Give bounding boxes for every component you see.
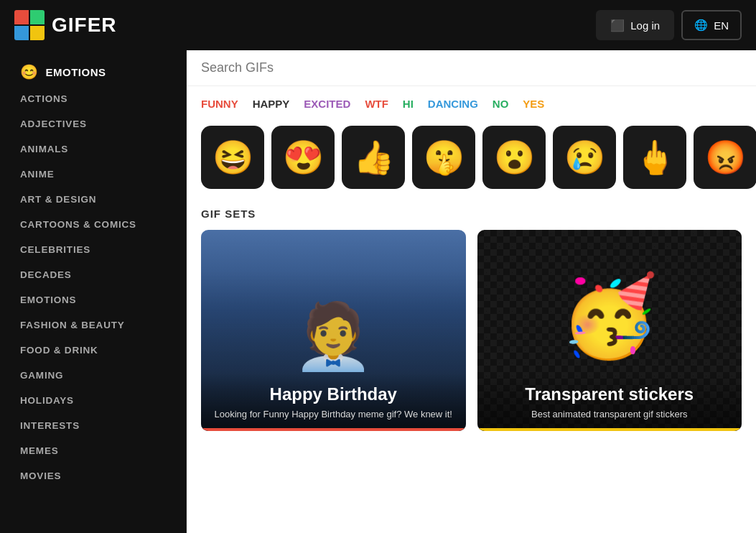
emoji-row: 😆😍👍🤫😮😢🖕😡 bbox=[187, 119, 756, 200]
tag-funny[interactable]: FUNNY bbox=[201, 98, 238, 110]
tag-happy[interactable]: HAPPY bbox=[253, 98, 290, 110]
search-bar bbox=[187, 50, 756, 86]
login-icon: ⬛ bbox=[610, 19, 625, 32]
sidebar-item-fashion---beauty[interactable]: FASHION & BEAUTY bbox=[0, 312, 186, 338]
sticker-overlay: Transparent stickers Best animated trans… bbox=[477, 373, 742, 431]
main-layout: 😊 EMOTIONS ACTIONSADJECTIVESANIMALSANIME… bbox=[0, 50, 756, 533]
sidebar-item-emotions[interactable]: EMOTIONS bbox=[0, 287, 186, 312]
emoji-card-heart-eyes[interactable]: 😍 bbox=[271, 126, 335, 189]
tags-row: FUNNYHAPPYEXCITEDWTFHIDANCINGNOYES bbox=[187, 86, 756, 119]
sticker-desc: Best animated transparent gif stickers bbox=[489, 409, 731, 420]
sidebar-item-celebrities[interactable]: CELEBRITIES bbox=[0, 237, 186, 262]
tag-yes[interactable]: YES bbox=[523, 98, 544, 110]
login-button[interactable]: ⬛ Log in bbox=[596, 10, 674, 40]
sidebar-item-memes[interactable]: MEMES bbox=[0, 438, 186, 463]
header-nav: ⬛ Log in 🌐 EN bbox=[596, 10, 742, 40]
content-area: FUNNYHAPPYEXCITEDWTFHIDANCINGNOYES 😆😍👍🤫😮… bbox=[187, 50, 756, 533]
tag-wtf[interactable]: WTF bbox=[365, 98, 388, 110]
person-icon: 🧑‍💼 bbox=[293, 299, 373, 374]
sidebar-item-decades[interactable]: DECADES bbox=[0, 262, 186, 287]
birthday-overlay: Happy Birthday Looking for Funny Happy B… bbox=[201, 373, 466, 431]
logo-area: GIFER bbox=[14, 10, 117, 40]
globe-icon: 🌐 bbox=[694, 19, 708, 32]
sidebar-item-anime[interactable]: ANIME bbox=[0, 162, 186, 187]
search-input[interactable] bbox=[201, 60, 742, 75]
sidebar-item-gaming[interactable]: GAMING bbox=[0, 363, 186, 388]
sidebar-item-holidays[interactable]: HOLIDAYS bbox=[0, 388, 186, 413]
emoji-card-surprised[interactable]: 😮 bbox=[482, 126, 546, 189]
emoji-card-laughing[interactable]: 😆 bbox=[201, 126, 264, 189]
emoji-card-shushing[interactable]: 🤫 bbox=[412, 126, 475, 189]
sticker-progress-bar bbox=[477, 428, 742, 431]
party-emoji: 🥳 bbox=[560, 270, 658, 363]
birthday-progress-bar bbox=[201, 428, 466, 431]
logo-quad-4 bbox=[30, 26, 45, 40]
tag-dancing[interactable]: DANCING bbox=[428, 98, 478, 110]
sidebar-active-label: EMOTIONS bbox=[46, 66, 106, 78]
sidebar-item-interests[interactable]: INTERESTS bbox=[0, 413, 186, 438]
gif-cards: 🧑‍💼 Happy Birthday Looking for Funny Hap… bbox=[201, 230, 742, 431]
sidebar-active-emotions[interactable]: 😊 EMOTIONS bbox=[0, 57, 186, 86]
sidebar-item-art---design[interactable]: ART & DESIGN bbox=[0, 187, 186, 212]
lang-label: EN bbox=[714, 19, 729, 32]
sticker-title: Transparent stickers bbox=[489, 384, 731, 404]
language-button[interactable]: 🌐 EN bbox=[681, 10, 742, 40]
logo-icon bbox=[14, 10, 45, 40]
logo-text: GIFER bbox=[52, 14, 117, 37]
gif-sets-section: GIF SETS 🧑‍💼 Happy Birthday Looking for … bbox=[187, 200, 756, 533]
emoji-card-crying[interactable]: 😢 bbox=[553, 126, 616, 189]
sidebar-item-movies[interactable]: MOVIES bbox=[0, 463, 186, 488]
birthday-title: Happy Birthday bbox=[213, 384, 454, 404]
sidebar-item-food---drink[interactable]: FOOD & DRINK bbox=[0, 338, 186, 363]
login-label: Log in bbox=[630, 19, 660, 32]
gif-card-birthday[interactable]: 🧑‍💼 Happy Birthday Looking for Funny Hap… bbox=[201, 230, 466, 431]
sidebar: 😊 EMOTIONS ACTIONSADJECTIVESANIMALSANIME… bbox=[0, 50, 187, 533]
logo-quad-3 bbox=[14, 26, 29, 40]
gif-sets-title: GIF SETS bbox=[201, 208, 742, 220]
sidebar-item-cartoons---comics[interactable]: CARTOONS & COMICS bbox=[0, 212, 186, 237]
logo-quad-2 bbox=[30, 10, 45, 24]
sidebar-item-animals[interactable]: ANIMALS bbox=[0, 136, 186, 162]
gif-card-stickers[interactable]: 🥳 Transparent stickers Best animated tra… bbox=[477, 230, 742, 431]
emotions-emoji: 😊 bbox=[20, 63, 39, 80]
emoji-card-angry[interactable]: 😡 bbox=[694, 126, 756, 189]
tag-excited[interactable]: EXCITED bbox=[304, 98, 350, 110]
logo-quad-1 bbox=[14, 10, 29, 24]
emoji-card-middle-finger[interactable]: 🖕 bbox=[623, 126, 686, 189]
sidebar-item-actions[interactable]: ACTIONS bbox=[0, 86, 186, 111]
header: GIFER ⬛ Log in 🌐 EN bbox=[0, 0, 756, 50]
sidebar-item-adjectives[interactable]: ADJECTIVES bbox=[0, 111, 186, 136]
tag-no[interactable]: NO bbox=[493, 98, 509, 110]
sidebar-items: ACTIONSADJECTIVESANIMALSANIMEART & DESIG… bbox=[0, 86, 186, 488]
tag-hi[interactable]: HI bbox=[403, 98, 414, 110]
emoji-card-thumbs-up[interactable]: 👍 bbox=[342, 126, 405, 189]
birthday-desc: Looking for Funny Happy Birthday meme gi… bbox=[213, 409, 454, 420]
